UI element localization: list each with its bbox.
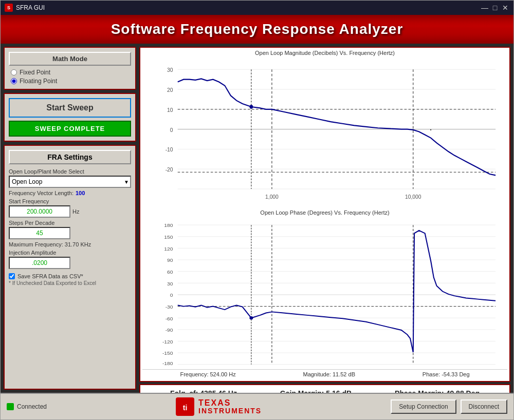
start-freq-label: Start Frequency [9,198,131,204]
svg-text:10: 10 [167,106,173,112]
svg-point-22 [249,105,253,108]
steps-row [9,227,131,239]
svg-text:30: 30 [167,281,173,287]
svg-text:20: 20 [167,87,173,93]
svg-text:60: 60 [167,269,173,275]
magnitude-chart-title: Open Loop Magnitude (Decibels) Vs. Frequ… [142,50,507,56]
ti-logo-svg: ti [177,399,193,414]
sweep-section: Start Sweep SWEEP COMPLETE [4,93,136,142]
floating-point-label: Floating Point [20,78,57,85]
svg-text:150: 150 [164,234,173,240]
svg-text:-150: -150 [162,351,173,356]
folg-cf-metric: Folg_cf: 4385.46 Hz [170,389,237,393]
svg-text:-30: -30 [166,304,173,310]
floating-point-radio[interactable] [11,78,17,84]
metrics-bar: Folg_cf: 4385.46 Hz Gain Margin: 5.16 dB… [139,384,510,393]
svg-rect-24 [142,217,507,366]
svg-text:30: 30 [167,67,173,73]
main-content: Math Mode Fixed Point Floating Point Sta… [1,44,513,393]
start-freq-row: Hz [9,205,131,218]
maximize-button[interactable]: □ [491,4,499,12]
mode-select[interactable]: Open Loop Plant Mode [9,176,131,188]
svg-text:90: 90 [167,258,173,263]
freq-vector-label: Frequency Vector Length: [9,190,74,196]
ti-logo-content: ti TEXAS INSTRUMENTS [176,397,262,416]
save-csv-note: * If Unchecked Data Exported to Excel [9,280,131,286]
cursor-phase: Phase: -54.33 Deg [423,371,470,377]
window-controls: — □ ✕ [481,4,509,12]
ti-instruments-text: INSTRUMENTS [198,407,262,415]
mode-select-label: Open Loop/Plant Mode Select [9,168,131,175]
svg-text:-20: -20 [166,166,173,173]
max-freq-display: Maximum Frequency: 31.70 KHz [9,241,131,247]
sweep-complete-status: SWEEP COMPLETE [9,121,131,137]
magnitude-chart-svg: 30 20 10 0 -10 -20 1,000 10,000 [142,57,507,206]
fixed-point-radio[interactable] [11,69,17,75]
left-panel: Math Mode Fixed Point Floating Point Sta… [4,47,136,390]
magnitude-chart: Open Loop Magnitude (Decibels) Vs. Frequ… [142,50,507,208]
status-text: Connected [17,403,47,410]
svg-text:-10: -10 [166,146,173,152]
header-banner: Software Frequency Response Analyzer [1,15,513,44]
charts-area: Open Loop Magnitude (Decibels) Vs. Frequ… [139,47,510,382]
phase-margin-metric: Phase Margin: 49.88 Deg [395,389,480,393]
svg-text:-180: -180 [162,360,173,366]
main-window: S SFRA GUI — □ ✕ Software Frequency Resp… [0,0,514,420]
svg-point-57 [249,316,253,319]
start-freq-input[interactable] [9,205,70,218]
status-indicator [7,403,14,410]
injection-row [9,257,131,269]
svg-text:ti: ti [183,404,188,412]
right-panel: Open Loop Magnitude (Decibels) Vs. Frequ… [139,47,510,390]
steps-input[interactable] [9,227,70,239]
mode-dropdown-wrapper: Open Loop Plant Mode ▼ [9,176,131,188]
svg-text:1,000: 1,000 [265,194,279,200]
cursor-frequency: Frequency: 524.00 Hz [180,371,235,377]
freq-vector-value: 100 [76,190,85,196]
freq-vector-row: Frequency Vector Length: 100 [9,190,131,196]
close-button[interactable]: ✕ [501,4,509,12]
setup-connection-button[interactable]: Setup Connection [391,399,456,414]
floating-point-option[interactable]: Floating Point [11,78,131,85]
disconnect-button[interactable]: Disconnect [461,399,507,414]
phase-chart: Open Loop Phase (Degrees) Vs. Frequency … [142,209,507,368]
phase-chart-svg: 180 150 120 90 60 30 0 -30 -60 -90 -120 … [142,217,507,366]
ti-logo: ti TEXAS INSTRUMENTS [176,397,262,416]
ti-badge-icon: ti [176,397,194,416]
math-mode-section: Math Mode Fixed Point Floating Point [4,47,136,90]
start-freq-unit: Hz [72,208,79,215]
injection-label: Injection Amplitude [9,250,131,256]
svg-text:120: 120 [164,246,173,252]
svg-text:0: 0 [170,126,173,132]
bottom-bar: Connected ti TEXAS INSTRUMENTS Setup Con… [1,393,513,419]
ti-texas-text: TEXAS [198,398,262,408]
math-mode-button[interactable]: Math Mode [9,52,131,66]
start-sweep-button[interactable]: Start Sweep [9,98,131,118]
save-csv-checkbox[interactable] [9,273,15,279]
save-csv-row: Save SFRA Data as CSV* [9,273,131,279]
cursor-info-bar: Frequency: 524.00 Hz Magnitude: 11.52 dB… [142,369,507,379]
window-title: SFRA GUI [16,4,481,11]
connection-status: Connected [7,403,47,410]
injection-input[interactable] [9,257,70,269]
svg-text:-120: -120 [162,339,173,345]
gain-margin-metric: Gain Margin: 5.16 dB [280,389,352,393]
svg-text:0: 0 [170,293,173,298]
phase-chart-title: Open Loop Phase (Degrees) Vs. Frequency … [142,209,507,216]
fra-settings-title: FRA Settings [9,150,131,164]
title-bar: S SFRA GUI — □ ✕ [1,1,513,15]
svg-text:-60: -60 [166,316,173,321]
svg-text:-90: -90 [166,327,173,333]
app-icon: S [5,4,13,12]
save-csv-label: Save SFRA Data as CSV* [17,273,83,279]
app-title: Software Frequency Response Analyzer [1,21,513,37]
cursor-magnitude: Magnitude: 11.52 dB [303,371,355,377]
math-mode-radio-group: Fixed Point Floating Point [9,69,131,85]
fra-settings-section: FRA Settings Open Loop/Plant Mode Select… [4,145,136,390]
steps-label: Steps Per Decade [9,220,131,226]
fixed-point-option[interactable]: Fixed Point [11,69,131,76]
minimize-button[interactable]: — [481,4,489,12]
svg-text:180: 180 [164,223,173,228]
fixed-point-label: Fixed Point [20,69,50,76]
ti-text-block: TEXAS INSTRUMENTS [198,398,262,415]
